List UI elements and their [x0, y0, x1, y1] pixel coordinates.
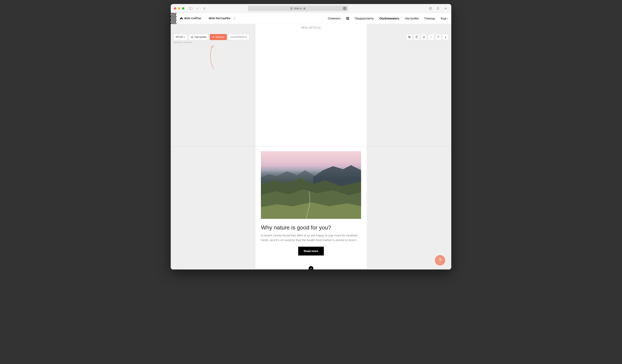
breadcrumb-current-label: МОЯ РАССЫЛКА	[209, 17, 231, 20]
lock-icon	[303, 7, 305, 10]
copy-icon	[408, 36, 411, 38]
block-canvas[interactable]: Why nature is good for you? A recent sur…	[255, 146, 367, 269]
breadcrumb-current[interactable]: МОЯ РАССЫЛКА ▾	[209, 17, 236, 20]
svg-rect-18	[346, 19, 347, 20]
address-bar[interactable]: tilda.cc	[248, 6, 348, 11]
browser-window: ▾ tilda.cc	[171, 4, 451, 270]
svg-point-21	[192, 37, 193, 37]
arrow-down-icon	[445, 36, 447, 38]
globe-icon	[290, 7, 293, 10]
breadcrumb-home[interactable]: МОИ САЙТЫ	[180, 17, 201, 20]
block-toolbar-right: ▾	[406, 34, 448, 40]
app-topbar: МОИ САЙТЫ → МОЯ РАССЫЛКА ▾ Отменить Пред…	[171, 13, 451, 24]
read-more-button[interactable]: Read more	[298, 247, 324, 255]
traffic-lights	[174, 7, 184, 10]
card-block: Why nature is good for you? A recent sur…	[255, 146, 367, 255]
block-rec-id-label: #rec403964643	[230, 36, 247, 38]
breadcrumb-home-label: МОИ САЙТЫ	[184, 17, 201, 20]
block-rec-id[interactable]: #rec403964643	[228, 34, 249, 40]
help-bubble[interactable]: ?	[435, 255, 445, 266]
pencil-icon	[212, 36, 214, 38]
share-icon[interactable]	[436, 6, 440, 11]
block-type-label: MT102	[176, 36, 183, 38]
delete-button[interactable]	[414, 34, 420, 40]
breadcrumb: МОИ САЙТЫ → МОЯ РАССЫЛКА ▾	[180, 17, 236, 20]
preview-link[interactable]: Предпросмотр	[355, 17, 374, 20]
svg-point-8	[345, 8, 346, 9]
editor-area: NEW ARTICLE MT102 ▾ Настройки Контент #r…	[171, 24, 451, 270]
card-description[interactable]: A recent survey found that 88% of us are…	[255, 233, 367, 247]
tilda-logo[interactable]	[171, 13, 176, 24]
svg-point-7	[345, 8, 345, 9]
svg-rect-17	[348, 18, 349, 19]
svg-rect-15	[346, 18, 347, 19]
sidebar-toggle-icon[interactable]	[188, 6, 193, 11]
publish-link[interactable]: Опубликовать	[379, 17, 399, 20]
svg-point-6	[344, 8, 344, 9]
block-settings-label: Настройки	[194, 36, 206, 38]
help-link[interactable]: Помощь	[424, 17, 435, 20]
home-icon	[180, 17, 183, 20]
chevron-down-icon[interactable]: ▾	[195, 6, 200, 11]
chevron-down-icon: ▾	[184, 36, 185, 38]
grid-icon[interactable]	[346, 17, 349, 20]
duplicate-button[interactable]	[406, 34, 412, 40]
svg-rect-14	[348, 17, 349, 18]
arrow-up-icon	[437, 36, 439, 38]
svg-rect-16	[347, 18, 348, 19]
chevron-down-icon: ▾	[447, 18, 448, 19]
move-down-button[interactable]	[443, 34, 448, 40]
downloads-icon[interactable]	[428, 6, 433, 11]
back-button[interactable]	[202, 6, 207, 11]
more-link[interactable]: Еще ▾	[441, 17, 448, 20]
more-label: Еще	[441, 17, 447, 20]
section-label: NEW ARTICLE	[255, 24, 367, 31]
power-icon	[423, 36, 425, 38]
add-block-button[interactable]: +	[309, 266, 313, 270]
settings-link[interactable]: Настройки	[405, 17, 419, 20]
email-canvas: NEW ARTICLE	[255, 24, 367, 146]
card-image[interactable]	[261, 151, 361, 219]
block-content-label: Контент	[216, 36, 224, 38]
new-tab-icon[interactable]	[443, 6, 448, 11]
svg-rect-19	[347, 19, 348, 20]
trash-icon	[415, 36, 418, 38]
more-options-button[interactable]: ▾	[428, 34, 434, 40]
window-close-button[interactable]	[174, 7, 176, 10]
block-caption: Карточка с кнопкой	[174, 41, 191, 43]
window-maximize-button[interactable]	[182, 7, 184, 10]
svg-rect-0	[189, 7, 192, 10]
svg-rect-20	[348, 19, 349, 20]
cancel-link[interactable]: Отменить	[328, 17, 341, 20]
topbar-actions: Отменить Предпросмотр Опубликовать Настр…	[328, 17, 448, 20]
block-type-button[interactable]: MT102 ▾	[174, 34, 187, 40]
card-title[interactable]: Why nature is good for you?	[255, 219, 367, 233]
browser-chrome: ▾ tilda.cc	[171, 4, 451, 13]
block-content-button[interactable]: Контент	[210, 34, 227, 40]
svg-rect-12	[346, 17, 347, 18]
address-more-icon[interactable]	[343, 7, 347, 10]
svg-rect-5	[304, 8, 305, 9]
annotation-arrow	[205, 44, 221, 70]
arrow-right-icon: →	[203, 17, 206, 20]
move-up-button[interactable]	[435, 34, 441, 40]
window-minimize-button[interactable]	[178, 7, 180, 10]
power-button[interactable]	[421, 34, 427, 40]
block-settings-button[interactable]: Настройки	[189, 34, 209, 40]
url-text: tilda.cc	[294, 7, 302, 10]
block-toolbar-left: MT102 ▾ Настройки Контент #rec403964643	[174, 34, 249, 40]
svg-rect-13	[347, 17, 348, 18]
gear-icon	[191, 36, 193, 38]
chevron-down-icon[interactable]: ▾	[233, 17, 236, 20]
